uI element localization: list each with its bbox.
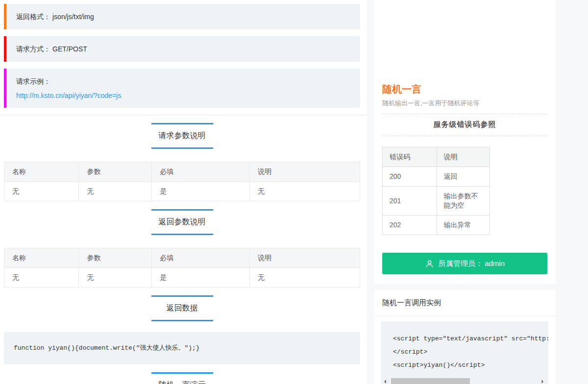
cell-name: 无 xyxy=(4,268,79,288)
col-header-required: 必填 xyxy=(152,248,250,268)
response-params-table: 名称 参数 必填 说明 无 无 是 无 xyxy=(4,248,360,288)
return-format-label: 返回格式： xyxy=(16,13,50,21)
table-header-row: 名称 参数 必填 说明 xyxy=(4,248,360,268)
column-gutter xyxy=(367,0,374,384)
api-subtitle: 随机输出一言,一言用于随机评论等 xyxy=(382,99,547,107)
col-header-param: 参数 xyxy=(79,248,152,268)
dashed-divider xyxy=(382,136,547,136)
col-header-desc: 说明 xyxy=(249,162,360,182)
section-title-response-data: 返回数据 xyxy=(151,295,213,321)
request-method-box: 请求方式：GET/POST xyxy=(4,36,360,62)
section-title-demo: 随机一言演示 xyxy=(151,372,213,384)
scroll-left-icon[interactable]: ‹ xyxy=(384,378,387,384)
cell-error-desc: 输出异常 xyxy=(437,216,490,235)
scrollbar-track[interactable] xyxy=(390,378,538,384)
cell-required: 是 xyxy=(152,182,250,201)
cell-error-code: 201 xyxy=(383,187,437,216)
cell-name: 无 xyxy=(4,182,79,201)
page-background xyxy=(556,0,588,384)
section-title-request-params: 请求参数说明 xyxy=(151,123,213,149)
cell-desc: 无 xyxy=(249,268,360,288)
admin-button-label: 所属管理员： admin xyxy=(439,259,505,268)
example-code-block: <script type="text/javascript" src="http… xyxy=(381,321,548,384)
scroll-right-icon[interactable]: › xyxy=(541,378,543,384)
main-content-panel: 返回格式：json/js/txt/img 请求方式：GET/POST 请求示例：… xyxy=(0,0,367,384)
table-row: 202 输出异常 xyxy=(383,216,490,235)
request-example-label: 请求示例： xyxy=(16,77,50,85)
horizontal-scrollbar[interactable]: ‹ › xyxy=(384,378,543,384)
response-data-code: function yiyan(){document.write("强大使人快乐。… xyxy=(4,332,360,364)
col-header-required: 必填 xyxy=(152,162,250,182)
table-row: 无 无 是 无 xyxy=(4,182,360,201)
cell-desc: 无 xyxy=(249,182,360,201)
table-row: 200 返回 xyxy=(383,167,490,187)
cell-param: 无 xyxy=(79,182,152,201)
code-line: </script> xyxy=(393,345,548,359)
code-line: <script type="text/javascript" src="http… xyxy=(393,332,548,345)
admin-button[interactable]: 所属管理员： admin xyxy=(382,253,547,274)
section-title-response-params: 返回参数说明 xyxy=(151,209,213,235)
section-divider xyxy=(0,115,367,115)
api-info-card: 随机一言 随机输出一言,一言用于随机评论等 服务级错误码参照 错误码 说明 20… xyxy=(374,0,556,284)
table-row: 201 输出参数不能为空 xyxy=(383,187,490,216)
col-header-error-code: 错误码 xyxy=(383,147,437,167)
sidebar-panel: 随机一言 随机输出一言,一言用于随机评论等 服务级错误码参照 错误码 说明 20… xyxy=(374,0,556,384)
col-header-param: 参数 xyxy=(79,162,152,182)
return-format-value: json/js/txt/img xyxy=(52,13,94,21)
example-code-lines: <script type="text/javascript" src="http… xyxy=(381,332,548,372)
col-header-name: 名称 xyxy=(4,162,79,182)
scrollbar-thumb[interactable] xyxy=(391,378,470,384)
table-row: 无 无 是 无 xyxy=(4,268,360,288)
error-codes-table: 错误码 说明 200 返回 201 输出参数不能为空 202 输 xyxy=(382,147,490,235)
request-method-value: GET/POST xyxy=(52,45,87,53)
api-image-placeholder xyxy=(374,0,556,78)
person-icon xyxy=(425,259,434,268)
request-example-link[interactable]: http://m.ksto.cn/api/yiyan/?code=js xyxy=(16,92,121,99)
api-title: 随机一言 xyxy=(382,83,547,95)
example-card: 随机一言调用实例 <script type="text/javascript" … xyxy=(374,290,556,384)
request-method-label: 请求方式： xyxy=(16,45,50,53)
col-header-name: 名称 xyxy=(4,248,79,268)
table-header-row: 错误码 说明 xyxy=(383,147,490,167)
cell-error-code: 202 xyxy=(383,216,437,235)
cell-param: 无 xyxy=(79,268,152,288)
cell-error-code: 200 xyxy=(383,167,437,187)
example-card-title: 随机一言调用实例 xyxy=(374,290,556,316)
code-line: <script>yiyan()</script> xyxy=(393,359,548,372)
request-example-box: 请求示例： http://m.ksto.cn/api/yiyan/?code=j… xyxy=(4,69,360,108)
col-header-error-desc: 说明 xyxy=(437,147,490,167)
cell-error-desc: 返回 xyxy=(437,167,490,187)
page-layout: 返回格式：json/js/txt/img 请求方式：GET/POST 请求示例：… xyxy=(0,0,588,384)
cell-required: 是 xyxy=(152,268,250,288)
return-format-box: 返回格式：json/js/txt/img xyxy=(4,4,360,29)
request-params-table: 名称 参数 必填 说明 无 无 是 无 xyxy=(4,162,360,201)
table-header-row: 名称 参数 必填 说明 xyxy=(4,162,360,182)
col-header-desc: 说明 xyxy=(249,248,360,268)
cell-error-desc: 输出参数不能为空 xyxy=(437,187,490,216)
error-codes-heading: 服务级错误码参照 xyxy=(374,114,556,129)
